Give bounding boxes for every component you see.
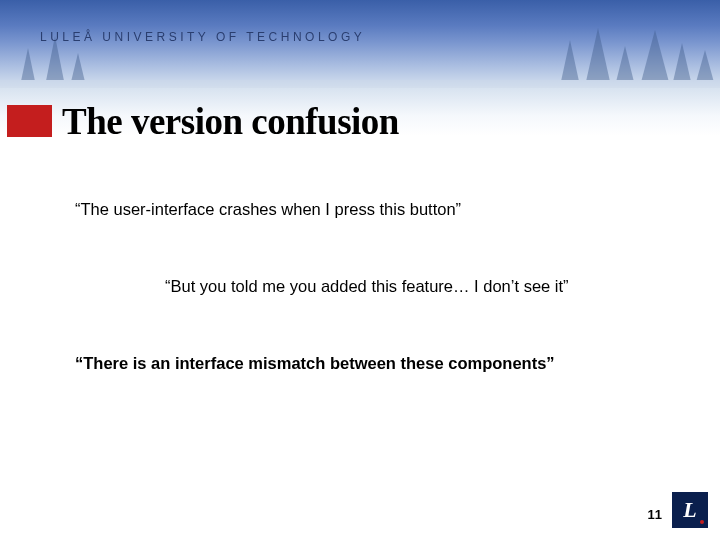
slide-content: “The user-interface crashes when I press… xyxy=(75,200,660,431)
university-logo: L xyxy=(672,492,708,528)
svg-marker-6 xyxy=(640,30,670,86)
svg-marker-3 xyxy=(560,40,580,86)
svg-rect-9 xyxy=(0,80,720,88)
slide-title: The version confusion xyxy=(62,100,399,143)
svg-marker-7 xyxy=(672,43,692,86)
university-name: LULEÅ UNIVERSITY OF TECHNOLOGY xyxy=(40,30,365,44)
quote-3: “There is an interface mismatch between … xyxy=(75,354,660,373)
logo-dot-icon xyxy=(700,520,704,524)
page-number: 11 xyxy=(648,507,662,522)
logo-letter: L xyxy=(683,497,696,523)
svg-marker-4 xyxy=(585,28,611,86)
quote-1: “The user-interface crashes when I press… xyxy=(75,200,660,219)
quote-2: “But you told me you added this feature…… xyxy=(165,277,660,296)
title-accent-box xyxy=(7,105,52,137)
